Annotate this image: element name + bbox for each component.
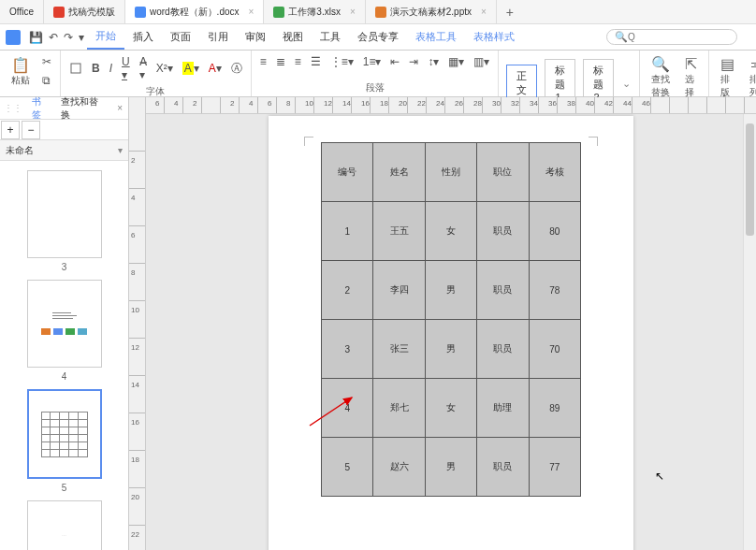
document-page[interactable]: 编号姓名性别职位考核1王五女职员802李四男职员783张三男职员704郑七女助理…	[269, 116, 633, 550]
table-cell[interactable]: 男	[425, 261, 476, 320]
thumbnail-page[interactable]	[27, 280, 102, 368]
table-row[interactable]: 5赵六男职员77	[322, 438, 581, 497]
arrange-button[interactable]: ▤排版	[715, 53, 740, 101]
align-left-icon[interactable]: ≡	[257, 53, 269, 70]
strike-button[interactable]: A̶ ▾	[137, 53, 150, 83]
table-cell[interactable]: 助理	[477, 379, 529, 438]
menu-member[interactable]: 会员专享	[349, 24, 407, 50]
close-icon[interactable]: ×	[249, 7, 254, 17]
drag-handle-icon[interactable]: ⋮⋮	[0, 103, 26, 113]
table-cell[interactable]: 王五	[373, 202, 425, 261]
remove-bookmark-button[interactable]: −	[22, 121, 40, 139]
more-qat-icon[interactable]: ▾	[76, 29, 87, 46]
table-cell[interactable]: 1	[322, 202, 373, 261]
data-table[interactable]: 编号姓名性别职位考核1王五女职员802李四男职员783张三男职员704郑七女助理…	[321, 142, 581, 497]
menu-table-style[interactable]: 表格样式	[465, 24, 523, 50]
copy-icon[interactable]: ⧉	[39, 72, 54, 89]
table-header-cell[interactable]: 编号	[322, 143, 373, 202]
table-cell[interactable]: 5	[322, 438, 373, 497]
table-cell[interactable]: 男	[425, 438, 476, 497]
save-icon[interactable]: 💾	[26, 29, 46, 46]
cut-icon[interactable]: ✂	[39, 53, 54, 70]
find-replace-button[interactable]: 🔍查找替换	[646, 53, 676, 101]
search-input[interactable]	[628, 32, 721, 42]
table-row[interactable]: 1王五女职员80	[322, 202, 581, 261]
table-cell[interactable]: 女	[425, 379, 476, 438]
table-cell[interactable]: 职员	[477, 320, 529, 379]
menu-table-tools[interactable]: 表格工具	[407, 24, 465, 50]
menu-tools[interactable]: 工具	[312, 24, 349, 50]
table-cell[interactable]: 70	[529, 320, 580, 379]
line-spacing-icon[interactable]: ↕▾	[425, 53, 442, 70]
borders-icon[interactable]: ▥▾	[471, 53, 492, 70]
table-header-cell[interactable]: 姓名	[373, 143, 425, 202]
underline-button[interactable]: U ▾	[119, 53, 133, 83]
table-cell[interactable]: 77	[529, 438, 580, 497]
menu-review[interactable]: 审阅	[237, 24, 274, 50]
paste-button[interactable]: 📋粘贴	[6, 54, 36, 89]
table-row[interactable]: 3张三男职员70	[322, 320, 581, 379]
table-header-cell[interactable]: 性别	[425, 143, 476, 202]
table-cell[interactable]: 女	[425, 202, 476, 261]
table-header-cell[interactable]: 职位	[477, 143, 529, 202]
office-tab[interactable]: Office	[0, 0, 44, 23]
clear-format-icon[interactable]: Ⓐ	[228, 59, 245, 79]
highlight-button[interactable]: A▾	[180, 60, 202, 77]
italic-button[interactable]: I	[107, 60, 115, 77]
thumbnail-page-current[interactable]	[27, 389, 102, 479]
undo-icon[interactable]: ↶	[46, 29, 61, 46]
align-objects-button[interactable]: ⫘排列	[744, 54, 756, 101]
menu-view[interactable]: 视图	[274, 24, 312, 50]
table-cell[interactable]: 3	[322, 320, 373, 379]
table-cell[interactable]: 职员	[477, 438, 529, 497]
bookmarks-tab[interactable]: 书签	[26, 95, 55, 122]
indent-dec-icon[interactable]: ⇤	[387, 53, 402, 70]
table-cell[interactable]: 赵六	[373, 438, 425, 497]
thumbnail-page[interactable]	[27, 170, 102, 258]
table-cell[interactable]: 2	[322, 261, 373, 320]
select-button[interactable]: ⇱选择	[679, 53, 703, 101]
menu-insert[interactable]: 插入	[124, 24, 162, 50]
align-center-icon[interactable]: ≣	[273, 53, 288, 70]
table-cell[interactable]: 郑七	[373, 379, 425, 438]
numbering-icon[interactable]: 1≡▾	[360, 53, 385, 70]
style-normal[interactable]: 正文	[506, 65, 537, 102]
font-color-button[interactable]: A▾	[206, 60, 225, 77]
close-icon[interactable]: ×	[350, 7, 356, 17]
table-cell[interactable]: 89	[529, 379, 580, 438]
shading-icon[interactable]: ▦▾	[445, 53, 467, 70]
superscript-button[interactable]: X²▾	[153, 60, 176, 77]
bullets-icon[interactable]: ⋮≡▾	[327, 53, 356, 70]
thumbnail-page[interactable]: ...	[27, 500, 102, 550]
indent-inc-icon[interactable]: ⇥	[406, 53, 421, 70]
add-tab-button[interactable]: +	[497, 5, 523, 20]
table-row[interactable]: 4郑七女助理89	[322, 379, 581, 438]
search-box[interactable]: 🔍	[606, 29, 737, 45]
tab-xlsx[interactable]: 工作簿3.xlsx×	[264, 0, 365, 23]
table-cell[interactable]: 职员	[477, 202, 529, 261]
find-replace-tab[interactable]: 查找和替换	[55, 95, 111, 122]
table-row[interactable]: 2李四男职员78	[322, 261, 581, 320]
scrollbar-thumb[interactable]	[746, 123, 754, 236]
table-cell[interactable]: 男	[425, 320, 476, 379]
table-cell[interactable]: 80	[529, 202, 580, 261]
justify-icon[interactable]: ☰	[308, 53, 324, 70]
menu-page[interactable]: 页面	[162, 24, 199, 50]
tab-pptx[interactable]: 演示文稿素材2.pptx×	[366, 0, 497, 23]
tab-word-doc[interactable]: word教程（新）.docx×	[125, 0, 264, 23]
bookmark-dropdown[interactable]: 未命名 ▾	[0, 140, 128, 161]
bold-button[interactable]: B	[89, 60, 103, 77]
table-cell[interactable]: 职员	[477, 261, 529, 320]
close-pane-icon[interactable]: ×	[111, 103, 128, 113]
table-cell[interactable]: 78	[529, 261, 580, 320]
close-icon[interactable]: ×	[481, 7, 487, 17]
menu-start[interactable]: 开始	[87, 24, 124, 50]
vertical-scrollbar[interactable]	[743, 114, 756, 550]
align-right-icon[interactable]: ≡	[292, 53, 304, 70]
format-painter-icon[interactable]	[66, 60, 85, 77]
redo-icon[interactable]: ↷	[61, 29, 76, 46]
document-canvas[interactable]: 编号姓名性别职位考核1王五女职员802李四男职员783张三男职员704郑七女助理…	[146, 114, 756, 550]
table-cell[interactable]: 4	[322, 379, 373, 438]
add-bookmark-button[interactable]: +	[1, 121, 20, 139]
table-header-cell[interactable]: 考核	[529, 143, 580, 202]
